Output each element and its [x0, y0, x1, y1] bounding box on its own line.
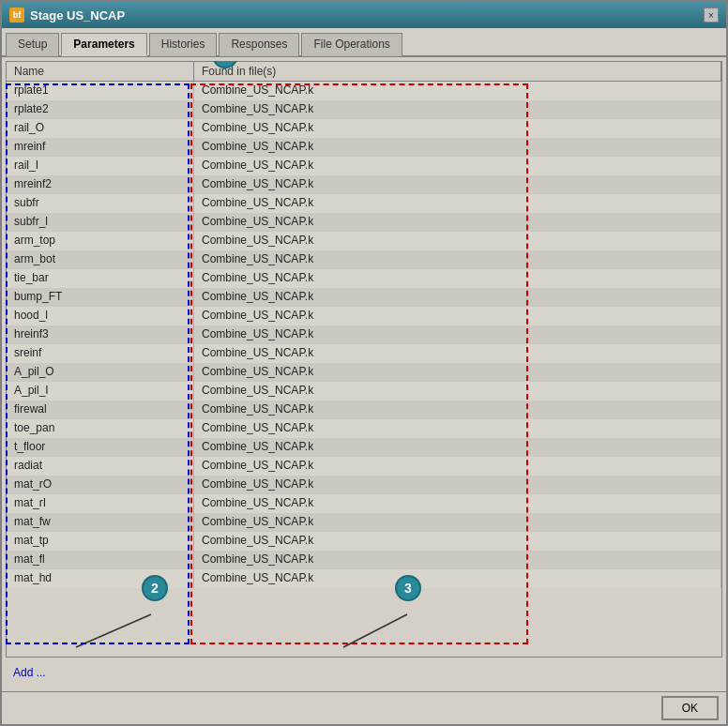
cell-file: Combine_US_NCAP.k: [194, 269, 721, 288]
table-row[interactable]: bump_FTCombine_US_NCAP.k: [7, 288, 721, 307]
cell-file: Combine_US_NCAP.k: [194, 288, 721, 307]
cell-name: mat_fl: [7, 551, 194, 569]
close-button[interactable]: ×: [704, 8, 719, 23]
table-row[interactable]: A_pil_OCombine_US_NCAP.k: [7, 363, 721, 382]
table-row[interactable]: arm_botCombine_US_NCAP.k: [7, 250, 721, 269]
tab-file-operations[interactable]: File Operations: [301, 33, 402, 56]
cell-name: radiat: [7, 457, 194, 476]
cell-name: mat_fw: [7, 513, 194, 532]
cell-file: Combine_US_NCAP.k: [194, 119, 721, 138]
table-row[interactable]: rplate2Combine_US_NCAP.k: [7, 100, 721, 119]
table-row[interactable]: rplate1Combine_US_NCAP.k: [7, 82, 721, 100]
cell-name: mreinf: [7, 138, 194, 157]
cell-file: Combine_US_NCAP.k: [194, 344, 721, 363]
cell-name: arm_top: [7, 232, 194, 250]
table-row[interactable]: mat_tpCombine_US_NCAP.k: [7, 532, 721, 551]
cell-file: Combine_US_NCAP.k: [194, 569, 721, 588]
table-row[interactable]: mat_rICombine_US_NCAP.k: [7, 494, 721, 513]
window-title: Stage US_NCAP: [30, 8, 125, 23]
cell-name: A_pil_I: [7, 382, 194, 401]
table-body[interactable]: rplate1Combine_US_NCAP.krplate2Combine_U…: [7, 82, 721, 654]
cell-name: firewal: [7, 401, 194, 419]
cell-name: mat_hd: [7, 569, 194, 588]
cell-name: subfr: [7, 194, 194, 213]
tab-responses[interactable]: Responses: [219, 33, 299, 56]
cell-file: Combine_US_NCAP.k: [194, 438, 721, 457]
table-row[interactable]: hreinf3Combine_US_NCAP.k: [7, 325, 721, 344]
table-row[interactable]: t_floorCombine_US_NCAP.k: [7, 438, 721, 457]
cell-file: Combine_US_NCAP.k: [194, 250, 721, 269]
cell-name: mat_rI: [7, 494, 194, 513]
table-row[interactable]: mat_flCombine_US_NCAP.k: [7, 551, 721, 569]
title-bar: bf Stage US_NCAP ×: [2, 2, 726, 28]
ok-button[interactable]: OK: [661, 696, 719, 720]
cell-name: subfr_l: [7, 213, 194, 232]
table-row[interactable]: mat_fwCombine_US_NCAP.k: [7, 513, 721, 532]
annotation-area: Name Found in file(s) rplate1Combine_US_…: [6, 61, 722, 658]
table-row[interactable]: sreinfCombine_US_NCAP.k: [7, 344, 721, 363]
cell-file: Combine_US_NCAP.k: [194, 513, 721, 532]
table-row[interactable]: mreinf2Combine_US_NCAP.k: [7, 175, 721, 194]
main-window: bf Stage US_NCAP × Setup Parameters Hist…: [0, 0, 728, 726]
cell-file: Combine_US_NCAP.k: [194, 175, 721, 194]
tab-setup[interactable]: Setup: [6, 33, 59, 56]
cell-file: Combine_US_NCAP.k: [194, 325, 721, 344]
table-row[interactable]: subfr_lCombine_US_NCAP.k: [7, 213, 721, 232]
table-row[interactable]: mat_hdCombine_US_NCAP.k: [7, 569, 721, 588]
add-link[interactable]: Add ...: [13, 666, 46, 679]
cell-name: arm_bot: [7, 250, 194, 269]
cell-file: Combine_US_NCAP.k: [194, 138, 721, 157]
table-row[interactable]: firewalCombine_US_NCAP.k: [7, 401, 721, 419]
content-area: Name Found in file(s) rplate1Combine_US_…: [2, 57, 726, 691]
col-header-name: Name: [7, 62, 194, 81]
cell-file: Combine_US_NCAP.k: [194, 401, 721, 419]
app-icon: bf: [9, 8, 24, 23]
cell-file: Combine_US_NCAP.k: [194, 532, 721, 551]
table-header: Name Found in file(s): [7, 62, 721, 82]
table-row[interactable]: radiatCombine_US_NCAP.k: [7, 457, 721, 476]
cell-file: Combine_US_NCAP.k: [194, 213, 721, 232]
parameters-table: Name Found in file(s) rplate1Combine_US_…: [6, 61, 722, 658]
cell-name: rail_O: [7, 119, 194, 138]
cell-file: Combine_US_NCAP.k: [194, 382, 721, 401]
cell-file: Combine_US_NCAP.k: [194, 232, 721, 250]
cell-name: sreinf: [7, 344, 194, 363]
cell-name: hreinf3: [7, 325, 194, 344]
cell-name: mat_rO: [7, 476, 194, 494]
cell-name: tie_bar: [7, 269, 194, 288]
cell-name: rplate2: [7, 100, 194, 119]
cell-file: Combine_US_NCAP.k: [194, 363, 721, 382]
cell-name: mreinf2: [7, 175, 194, 194]
cell-file: Combine_US_NCAP.k: [194, 100, 721, 119]
table-row[interactable]: toe_panCombine_US_NCAP.k: [7, 419, 721, 438]
table-row[interactable]: rail_ICombine_US_NCAP.k: [7, 157, 721, 175]
cell-file: Combine_US_NCAP.k: [194, 82, 721, 100]
title-bar-left: bf Stage US_NCAP: [9, 8, 125, 23]
table-row[interactable]: tie_barCombine_US_NCAP.k: [7, 269, 721, 288]
table-row[interactable]: arm_topCombine_US_NCAP.k: [7, 232, 721, 250]
table-row[interactable]: hood_lCombine_US_NCAP.k: [7, 307, 721, 325]
cell-file: Combine_US_NCAP.k: [194, 194, 721, 213]
cell-name: rail_I: [7, 157, 194, 175]
tab-parameters[interactable]: Parameters: [61, 33, 146, 56]
cell-file: Combine_US_NCAP.k: [194, 494, 721, 513]
tab-histories[interactable]: Histories: [149, 33, 218, 56]
cell-name: A_pil_O: [7, 363, 194, 382]
cell-name: bump_FT: [7, 288, 194, 307]
cell-name: mat_tp: [7, 532, 194, 551]
bottom-bar: OK: [2, 691, 726, 724]
table-row[interactable]: mat_rOCombine_US_NCAP.k: [7, 476, 721, 494]
footer-area: Add ...: [6, 658, 722, 688]
cell-name: hood_l: [7, 307, 194, 325]
table-row[interactable]: rail_OCombine_US_NCAP.k: [7, 119, 721, 138]
cell-file: Combine_US_NCAP.k: [194, 476, 721, 494]
col-header-file: Found in file(s): [194, 62, 721, 81]
cell-name: toe_pan: [7, 419, 194, 438]
table-row[interactable]: subfrCombine_US_NCAP.k: [7, 194, 721, 213]
cell-name: rplate1: [7, 82, 194, 100]
tab-bar: Setup Parameters Histories Responses Fil…: [2, 28, 726, 57]
cell-file: Combine_US_NCAP.k: [194, 457, 721, 476]
table-row[interactable]: mreinfCombine_US_NCAP.k: [7, 138, 721, 157]
cell-name: t_floor: [7, 438, 194, 457]
table-row[interactable]: A_pil_ICombine_US_NCAP.k: [7, 382, 721, 401]
